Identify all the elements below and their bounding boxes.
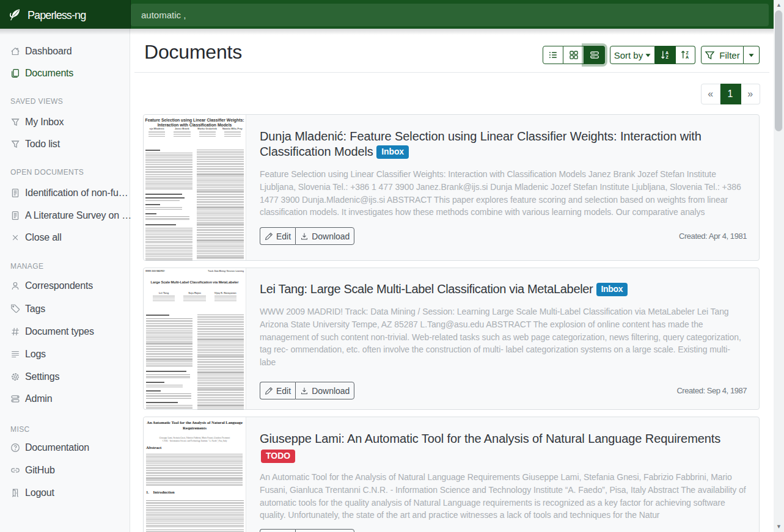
svg-text:Z: Z: [665, 55, 669, 59]
svg-text:A: A: [686, 55, 689, 59]
svg-text:Z: Z: [686, 51, 689, 55]
svg-text:A: A: [665, 51, 669, 55]
